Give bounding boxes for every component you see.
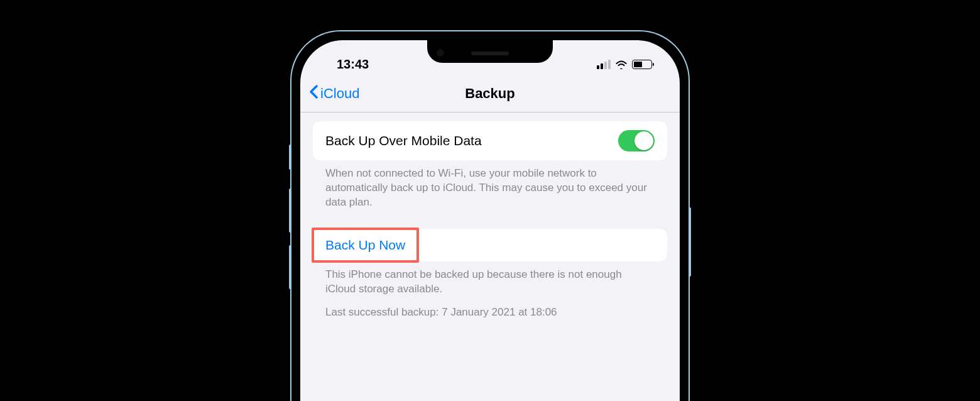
front-camera: [437, 49, 444, 57]
back-up-now-cell[interactable]: Back Up Now: [313, 229, 667, 261]
back-up-now-label: Back Up Now: [325, 238, 405, 252]
volume-up-button: [289, 189, 291, 233]
backup-error-text: This iPhone cannot be backed up because …: [300, 261, 680, 297]
volume-down-button: [289, 245, 291, 289]
battery-icon: [632, 60, 652, 69]
speaker: [471, 52, 509, 55]
phone-screen: 13:43: [300, 40, 680, 401]
back-label: iCloud: [320, 85, 359, 102]
power-button: [689, 207, 691, 277]
toggle-knob: [634, 131, 653, 150]
notch: [427, 40, 553, 63]
annotation-highlight: Back Up Now: [312, 228, 419, 263]
page-title: Backup: [465, 85, 514, 102]
status-time: 13:43: [337, 57, 369, 72]
navigation-bar: iCloud Backup: [300, 77, 680, 113]
mobile-data-toggle[interactable]: [618, 130, 655, 151]
cellular-signal-icon: [597, 60, 611, 69]
backup-over-mobile-data-cell[interactable]: Back Up Over Mobile Data: [313, 121, 667, 160]
mobile-data-footer: When not connected to Wi-Fi, use your mo…: [300, 160, 680, 210]
mute-switch: [289, 145, 291, 170]
cell-label: Back Up Over Mobile Data: [325, 133, 482, 148]
back-button[interactable]: iCloud: [309, 85, 359, 102]
phone-frame: 13:43: [290, 30, 690, 401]
settings-content: Back Up Over Mobile Data When not connec…: [300, 113, 680, 320]
wifi-icon: [615, 60, 628, 69]
chevron-left-icon: [309, 85, 318, 102]
status-indicators: [597, 60, 652, 69]
last-backup-text: Last successful backup: 7 January 2021 a…: [300, 297, 680, 320]
